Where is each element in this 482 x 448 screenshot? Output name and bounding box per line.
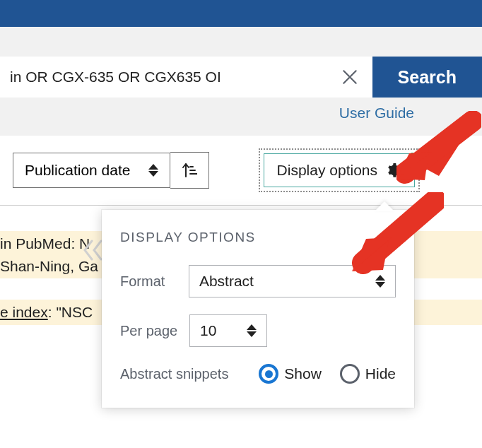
top-banner <box>0 0 482 27</box>
search-input[interactable] <box>0 57 327 98</box>
close-icon <box>341 68 359 86</box>
per-page-select[interactable]: 10 <box>189 314 267 347</box>
sort-by-button[interactable]: Publication date <box>13 153 170 188</box>
radio-selected-icon <box>259 364 278 384</box>
display-options-button[interactable]: Display options <box>264 153 415 187</box>
sort-ascending-icon <box>182 161 197 179</box>
per-page-value: 10 <box>200 322 216 339</box>
snippets-show-radio[interactable]: Show <box>259 364 322 384</box>
per-page-label: Per page <box>120 323 189 339</box>
snippets-label: Abstract snippets <box>120 366 259 382</box>
first-page-chevron-icon[interactable] <box>83 238 104 265</box>
annotation-arrow-1 <box>396 111 481 189</box>
annotation-arrow-2 <box>352 192 444 277</box>
hide-label: Hide <box>365 365 396 382</box>
search-button[interactable]: Search <box>372 57 482 98</box>
sort-by-label: Publication date <box>25 162 130 179</box>
clear-search-button[interactable] <box>327 57 372 98</box>
sort-direction-button[interactable] <box>170 152 209 189</box>
sort-chevrons-icon <box>148 164 158 177</box>
show-label: Show <box>284 365 322 382</box>
select-chevrons-icon <box>247 324 257 337</box>
radio-unselected-icon <box>340 364 360 384</box>
format-value: Abstract <box>199 273 254 290</box>
display-options-label: Display options <box>277 162 377 179</box>
format-label: Format <box>120 273 189 290</box>
display-options-wrap: Display options <box>259 148 420 192</box>
snippets-hide-radio[interactable]: Hide <box>340 364 396 384</box>
